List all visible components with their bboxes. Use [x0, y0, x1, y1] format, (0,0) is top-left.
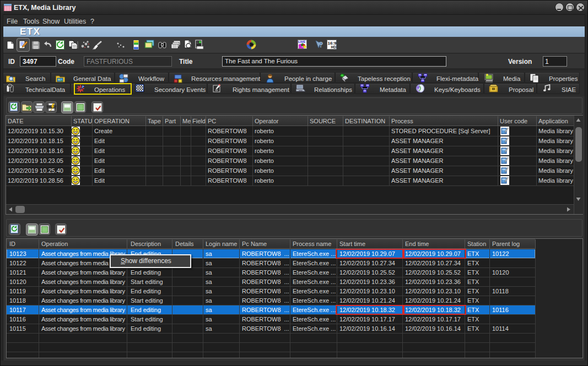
svg-text:HD: HD — [331, 45, 337, 49]
svg-text:?: ? — [319, 40, 323, 49]
svg-text:LIVE: LIVE — [298, 40, 305, 43]
